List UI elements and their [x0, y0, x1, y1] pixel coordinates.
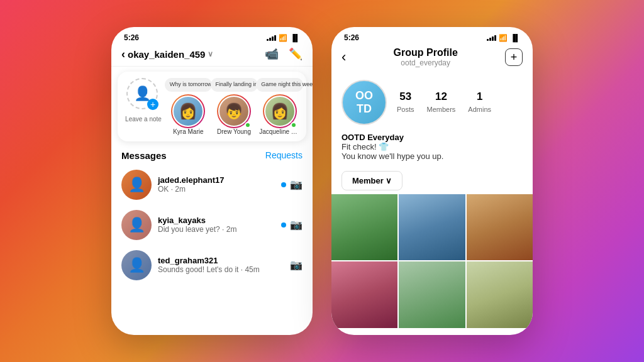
message-item[interactable]: 👤 jaded.elephant17 OK · 2m 📷 [116, 165, 308, 205]
status-icons-left: 📶 ▐▌ [267, 34, 300, 42]
msg-preview-1: OK · 2m [158, 185, 275, 194]
drew-avatar-ring[interactable]: 👦 [217, 94, 251, 128]
jacqueline-online-dot [291, 122, 297, 128]
battery-icon: ▐▌ [290, 34, 300, 41]
signal-icon [267, 35, 276, 41]
leave-note-label: Leave a note [125, 116, 162, 123]
member-button[interactable]: Member ∨ [341, 171, 402, 190]
message-item-2[interactable]: 👤 kyia_kayaks Did you leave yet? · 2m 📷 [116, 205, 308, 245]
msg-username-3: ted_graham321 [158, 256, 284, 265]
message-item-3[interactable]: 👤 ted_graham321 Sounds good! Let's do it… [116, 245, 308, 285]
edit-icon[interactable]: ✏️ [289, 47, 303, 61]
msg-preview-3: Sounds good! Let's do it · 45m [158, 265, 284, 274]
photo-cell-6[interactable] [467, 261, 533, 327]
bio-line2: You know we'll hype you up. [341, 151, 523, 161]
wifi-icon: 📶 [279, 34, 287, 42]
back-arrow[interactable]: ‹ [121, 48, 125, 61]
msg-avatar-3: 👤 [121, 250, 152, 280]
msg-content-1: jaded.elephant17 OK · 2m [158, 175, 275, 194]
posts-label: Posts [397, 106, 414, 113]
story-jacqueline[interactable]: Game night this weekend? 🎮 👩 Jacqueline … [259, 78, 300, 135]
drew-online-dot [245, 122, 251, 128]
video-icon[interactable]: 📹 [265, 47, 279, 61]
photo-cell-4[interactable] [331, 261, 397, 327]
status-icons-right: 📶 ▐▌ [487, 34, 520, 42]
msg-icons-3: 📷 [290, 259, 303, 271]
add-group-button[interactable]: + [505, 48, 523, 66]
ootd-line1: OO [355, 89, 373, 102]
msg-icons-2: 📷 [281, 219, 303, 231]
chat-header-icons: 📹 ✏️ [265, 47, 303, 61]
messages-header: Messages Requests [111, 146, 313, 165]
drew-bubble: Finally landing in NYC! ❤️ [211, 78, 258, 92]
bio-line1: Fit check! 👕 [341, 142, 523, 151]
group-title-center: Group Profile ootd_everyday [394, 47, 458, 67]
kyra-label: Kyra Marie [173, 128, 203, 135]
admins-count: 1 [468, 90, 491, 103]
group-back-arrow[interactable]: ‹ [341, 49, 346, 65]
leave-note-item[interactable]: 👤 + Leave a note [124, 78, 163, 123]
jacqueline-bubble: Game night this weekend? 🎮 [256, 78, 303, 92]
stories-row: 👤 + Leave a note Why is tomorrow Monday!… [118, 72, 306, 141]
time-left: 5:26 [124, 33, 139, 42]
msg-content-2: kyia_kayaks Did you leave yet? · 2m [158, 216, 275, 234]
members-count: 12 [427, 90, 456, 103]
bio-section: OOTD Everyday Fit check! 👕 You know we'l… [331, 133, 533, 167]
photo-grid [331, 194, 533, 328]
group-header: ‹ Group Profile ootd_everyday + [331, 45, 533, 72]
photo-cell-1[interactable] [331, 194, 397, 260]
drew-label: Drew Young [217, 128, 251, 135]
signal-icon-right [487, 35, 496, 41]
battery-icon-right: ▐▌ [510, 34, 520, 41]
status-bar-right: 5:26 📶 ▐▌ [331, 27, 533, 45]
jacqueline-label: Jacqueline Lam [259, 128, 300, 135]
msg-preview-2: Did you leave yet? · 2m [158, 225, 275, 234]
status-bar-left: 5:26 📶 ▐▌ [111, 27, 313, 45]
stat-admins: 1 Admins [468, 90, 491, 114]
messages-title: Messages [121, 150, 167, 161]
time-right: 5:26 [344, 33, 359, 42]
msg-avatar-1: 👤 [121, 170, 152, 200]
kyra-bubble: Why is tomorrow Monday!? 😩 [165, 78, 212, 92]
stat-members: 12 Members [427, 90, 456, 114]
group-profile-section: OO TD 53 Posts 12 Members 1 Admins [331, 72, 533, 133]
stat-posts: 53 Posts [397, 90, 414, 114]
ootd-line2: TD [357, 102, 372, 116]
requests-link[interactable]: Requests [265, 150, 303, 161]
story-drew[interactable]: Finally landing in NYC! ❤️ 👦 Drew Young [214, 78, 255, 135]
member-label: Member ∨ [352, 176, 392, 185]
wifi-icon-right: 📶 [499, 34, 508, 42]
msg-icons-1: 📷 [281, 178, 303, 190]
msg-username-2: kyia_kayaks [158, 216, 275, 225]
kyra-avatar-ring[interactable]: 👩 [171, 94, 205, 128]
chat-header: ‹ okay_kaiden_459 ∨ 📹 ✏️ [111, 45, 313, 67]
camera-icon-3[interactable]: 📷 [290, 259, 303, 271]
msg-username-1: jaded.elephant17 [158, 175, 275, 185]
phone-right: 5:26 📶 ▐▌ ‹ Group Profile ootd_everyday … [331, 27, 533, 335]
jacqueline-avatar-ring[interactable]: 👩 [263, 94, 297, 128]
admins-label: Admins [468, 106, 491, 113]
camera-icon-1[interactable]: 📷 [290, 178, 303, 190]
photo-cell-5[interactable] [399, 261, 465, 327]
unread-dot-1 [281, 182, 286, 187]
posts-count: 53 [397, 90, 414, 103]
ootd-avatar: OO TD [341, 80, 387, 125]
msg-content-3: ted_graham321 Sounds good! Let's do it ·… [158, 256, 284, 274]
chat-username: okay_kaiden_459 [128, 49, 205, 60]
photo-cell-3[interactable] [467, 194, 533, 260]
group-title: Group Profile [394, 47, 458, 58]
leave-note-avatar[interactable]: 👤 + [126, 78, 158, 109]
camera-icon-2[interactable]: 📷 [290, 219, 303, 231]
phone-left: 5:26 📶 ▐▌ ‹ okay_kaiden_459 ∨ 📹 ✏️ [111, 27, 313, 335]
msg-avatar-2: 👤 [121, 210, 152, 240]
stats-row: 53 Posts 12 Members 1 Admins [397, 90, 491, 114]
group-name: OOTD Everyday [341, 133, 523, 142]
message-list: 👤 jaded.elephant17 OK · 2m 📷 👤 kyia_kaya… [111, 165, 313, 285]
add-note-plus[interactable]: + [147, 99, 158, 110]
chevron-icon: ∨ [208, 50, 213, 58]
chat-header-title[interactable]: ‹ okay_kaiden_459 ∨ [121, 48, 213, 61]
group-subtitle: ootd_everyday [394, 58, 458, 67]
photo-cell-2[interactable] [399, 194, 465, 260]
members-label: Members [427, 106, 456, 113]
story-kyra[interactable]: Why is tomorrow Monday!? 😩 👩 Kyra Marie [168, 78, 209, 135]
